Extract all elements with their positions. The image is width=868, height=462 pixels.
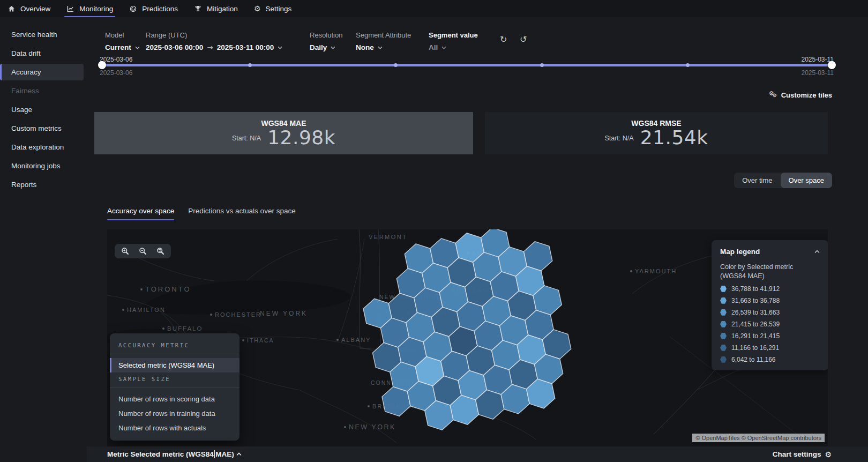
filter-label: Model — [105, 31, 140, 39]
tile-start-value: Start: N/A — [604, 135, 633, 142]
chart-settings-label: Chart settings — [773, 450, 821, 458]
chevron-down-icon — [135, 46, 140, 49]
time-range-slider[interactable] — [102, 64, 832, 66]
zoom-in-icon[interactable] — [121, 247, 129, 255]
legend-bin-label: 11,166 to 16,291 — [731, 344, 779, 352]
segment-attribute-select[interactable]: None — [356, 43, 411, 51]
resolution-select[interactable]: Daily — [310, 43, 342, 51]
dropdown-group-header: SAMPLE SIZE — [110, 374, 240, 384]
trophy-icon — [194, 5, 202, 13]
slider-handle-end[interactable] — [828, 61, 836, 69]
slider-tick — [686, 63, 690, 67]
legend-hex-swatch — [720, 297, 727, 304]
legend-hex-swatch — [720, 333, 727, 339]
model-select[interactable]: Current — [105, 43, 140, 51]
sidebar-item-data-exploration[interactable]: Data exploration — [0, 139, 84, 155]
gear-icon: ⚙ — [254, 5, 261, 12]
legend-bin: 16,291 to 21,415 — [720, 332, 820, 340]
filter-label: Resolution — [310, 31, 342, 39]
arrow-right-icon: → — [207, 44, 213, 51]
nav-label: Monitoring — [79, 5, 113, 13]
sidebar-item-reports[interactable]: Reports — [0, 176, 84, 193]
nav-item-settings[interactable]: ⚙ Settings — [254, 0, 291, 17]
sidebar: Service healthData driftAccuracyFairness… — [0, 26, 87, 195]
undo-icon: ↺ — [520, 34, 527, 44]
legend-bin-label: 36,788 to 41,912 — [731, 285, 780, 293]
gear-icon: ⚙ — [825, 451, 832, 458]
nav-item-predictions[interactable]: Predictions — [129, 0, 178, 17]
legend-bin-label: 21,415 to 26,539 — [731, 321, 780, 328]
slider-handle-start[interactable] — [98, 61, 106, 69]
dropdown-item-number-of-rows-with-actuals[interactable]: Number of rows with actuals — [110, 421, 240, 435]
tile-value: 21.54k — [640, 129, 708, 147]
geo-map[interactable]: TORONTOHAMILTONROCHESTERNEW YORKBUFFALOI… — [107, 229, 828, 446]
tab-predictions-vs-actuals[interactable]: Predictions vs actuals over space — [188, 207, 295, 220]
metric-tile-wgs84-rmse[interactable]: WGS84 RMSE Start: N/A 21.54k — [485, 112, 828, 154]
tab-accuracy-over-space[interactable]: Accuracy over space — [107, 207, 174, 220]
customize-tiles-button[interactable]: ⚙ ⚙ Customize tiles — [769, 91, 832, 99]
filter-resolution: Resolution Daily — [310, 31, 342, 51]
chart-bottom-bar: Metric Selected metric (WGS84 MAE) Chart… — [87, 446, 868, 462]
dropdown-group-header: ACCURACY METRIC — [110, 340, 240, 350]
legend-bins: 36,788 to 41,91231,663 to 36,78826,539 t… — [720, 285, 820, 363]
chart-tabs: Accuracy over space Predictions vs actua… — [107, 207, 296, 220]
metric-selector[interactable]: Metric Selected metric (WGS84 MAE) — [107, 450, 242, 458]
legend-bin: 11,166 to 16,291 — [720, 344, 820, 352]
refresh-icon: ↻ — [500, 34, 507, 44]
segment-value-select[interactable]: All — [429, 43, 478, 51]
divider — [110, 354, 240, 354]
map-attribution: © OpenMapTiles © OpenStreetMap contribut… — [692, 434, 825, 442]
chevron-down-icon — [442, 46, 446, 49]
sidebar-item-fairness[interactable]: Fairness — [0, 83, 84, 99]
sidebar-item-accuracy[interactable]: Accuracy — [0, 64, 84, 80]
map-zoom-controls — [115, 244, 171, 258]
gears-icon: ⚙ ⚙ — [769, 92, 777, 99]
metric-value-after-cursor: MAE) — [215, 450, 234, 458]
customize-tiles-label: Customize tiles — [781, 91, 832, 99]
line-chart-icon — [66, 5, 74, 13]
sidebar-item-data-drift[interactable]: Data drift — [0, 45, 84, 62]
reset-button[interactable]: ↺ — [520, 35, 527, 44]
metric-value-before-cursor: Selected metric (WGS84 — [131, 450, 214, 458]
filter-label: Range (UTC) — [146, 31, 282, 39]
chart-settings-button[interactable]: Chart settings ⚙ — [773, 450, 832, 458]
legend-bin: 6,042 to 11,166 — [720, 356, 820, 363]
chevron-up-icon[interactable] — [814, 250, 820, 254]
nav-item-overview[interactable]: Overview — [8, 0, 50, 17]
view-toggle: Over time Over space — [734, 173, 832, 188]
nav-item-monitoring[interactable]: Monitoring — [66, 0, 113, 17]
range-select[interactable]: 2025-03-06 00:00 → 2025-03-11 00:00 — [146, 43, 282, 51]
tile-value: 12.98k — [267, 129, 335, 147]
zoom-reset-icon[interactable] — [156, 247, 164, 255]
metric-dropdown: ACCURACY METRICSelected metric (WGS84 MA… — [110, 333, 240, 441]
refresh-button[interactable]: ↻ — [500, 35, 507, 44]
map-legend-title: Map legend — [720, 248, 760, 256]
filter-model: Model Current — [105, 31, 140, 51]
metric-tile-wgs84-mae[interactable]: WGS84 MAE Start: N/A 12.98k — [94, 112, 473, 154]
filter-range: Range (UTC) 2025-03-06 00:00 → 2025-03-1… — [146, 31, 282, 51]
home-icon — [8, 5, 16, 13]
segment-value-value: All — [429, 43, 438, 51]
legend-bin: 31,663 to 36,788 — [720, 297, 820, 304]
legend-hex-swatch — [720, 309, 727, 316]
divider — [110, 388, 240, 388]
nav-item-mitigation[interactable]: Mitigation — [194, 0, 238, 17]
sidebar-item-usage[interactable]: Usage — [0, 101, 84, 118]
predictions-icon — [129, 5, 137, 13]
filter-segment-attribute: Segment Attribute None — [356, 31, 411, 51]
toggle-over-time[interactable]: Over time — [734, 173, 780, 188]
dropdown-item-number-of-rows-in-scoring-data[interactable]: Number of rows in scoring data — [110, 392, 240, 406]
toggle-over-space[interactable]: Over space — [781, 173, 832, 188]
legend-hex-swatch — [720, 356, 727, 363]
chevron-down-icon — [378, 46, 383, 49]
nav-label: Settings — [265, 5, 291, 13]
sidebar-item-custom-metrics[interactable]: Custom metrics — [0, 120, 84, 137]
sidebar-item-service-health[interactable]: Service health — [0, 26, 84, 43]
chevron-up-icon — [236, 452, 242, 456]
filter-label: Segment Attribute — [356, 31, 411, 39]
slider-start-date-bottom: 2025-03-06 — [100, 69, 132, 77]
zoom-out-icon[interactable] — [139, 247, 147, 255]
dropdown-item-selected-metric-wgs84-mae[interactable]: Selected metric (WGS84 MAE) — [110, 358, 240, 372]
sidebar-item-monitoring-jobs[interactable]: Monitoring jobs — [0, 158, 84, 174]
dropdown-item-number-of-rows-in-training-data[interactable]: Number of rows in training data — [110, 406, 240, 421]
